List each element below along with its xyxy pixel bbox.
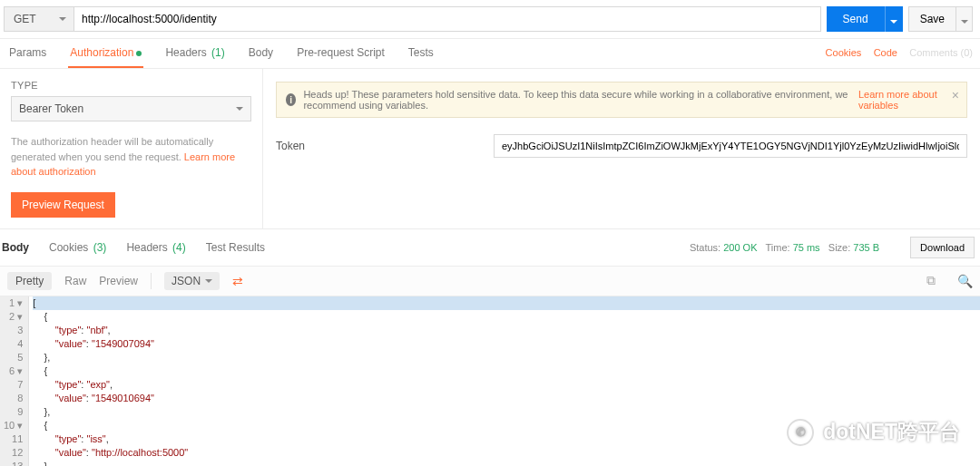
http-method-dropdown[interactable]: GET [4,6,74,32]
request-tabs-right: Cookies Code Comments (0) [817,46,973,68]
chevron-down-icon [205,279,212,283]
view-pretty[interactable]: Pretty [7,272,52,290]
active-dot-icon [136,51,142,56]
response-tabs: Body Cookies (3) Headers (4) Test Result… [0,229,980,267]
sensitive-data-alert: i Heads up! These parameters hold sensit… [276,82,967,118]
request-tabs: Params Authorization Headers (1) Body Pr… [0,39,980,69]
auth-left: TYPE Bearer Token The authorization head… [0,69,263,228]
line-gutter: 1 ▾2 ▾3456 ▾78910 ▾11121314 ▾15161718 ▾1… [0,296,29,467]
tab-authorization-label: Authorization [70,46,133,59]
link-cookies[interactable]: Cookies [826,47,862,58]
preview-request-button[interactable]: Preview Request [11,192,115,218]
tab-headers[interactable]: Headers (1) [163,46,226,68]
time-value: 75 ms [793,242,820,253]
auth-type-value: Bearer Token [19,102,83,115]
chevron-down-icon [236,107,243,111]
tab-body[interactable]: Body [247,46,275,68]
resp-tab-cookies-label: Cookies [49,241,88,254]
token-label: Token [276,140,494,152]
status-value: 200 OK [723,242,757,253]
alert-text: Heads up! These parameters hold sensitiv… [303,89,850,111]
chevron-down-icon [961,20,968,24]
tab-prerequest[interactable]: Pre-request Script [295,46,387,68]
time-label: Time: [766,242,790,253]
link-code[interactable]: Code [874,47,897,58]
resp-tab-test-results[interactable]: Test Results [204,241,265,254]
auth-note-text: The authorization header will be automat… [11,136,213,162]
copy-icon[interactable]: ⧉ [926,273,936,288]
http-method-label: GET [14,13,36,25]
response-meta: Status: 200 OK Time: 75 ms Size: 735 B [690,242,879,253]
url-input[interactable] [74,6,821,32]
info-icon: i [286,93,296,106]
status-label: Status: [690,242,720,253]
learn-more-variables-link[interactable]: Learn more about variables [858,89,957,111]
send-dropdown[interactable] [885,6,903,32]
lang-label: JSON [172,275,201,287]
size-label: Size: [828,242,850,253]
token-input[interactable] [494,134,967,158]
chevron-down-icon [890,20,897,24]
close-icon[interactable]: × [952,88,959,102]
lang-dropdown[interactable]: JSON [164,272,220,290]
link-comments[interactable]: Comments (0) [909,47,973,58]
token-row: Token [276,134,967,158]
request-toolbar: GET Send Save [0,0,980,39]
chevron-down-icon [59,17,66,21]
separator [151,273,152,289]
save-dropdown[interactable] [956,6,973,32]
tab-tests[interactable]: Tests [407,46,436,68]
tab-headers-label: Headers [165,46,206,59]
resp-tab-headers-label: Headers [126,241,167,254]
auth-type-dropdown[interactable]: Bearer Token [11,96,251,121]
auth-right: i Heads up! These parameters hold sensit… [263,69,980,228]
view-preview[interactable]: Preview [99,275,138,287]
tab-params[interactable]: Params [7,46,48,68]
view-raw[interactable]: Raw [64,275,86,287]
wrap-lines-icon[interactable]: ⇄ [232,274,243,288]
wechat-icon: ✆ [787,419,814,446]
resp-tab-cookies[interactable]: Cookies (3) [47,241,106,254]
watermark: ✆ dotNET跨平台 [787,418,960,446]
resp-tab-headers[interactable]: Headers (4) [124,241,185,254]
size-value: 735 B [853,242,879,253]
tab-authorization[interactable]: Authorization [68,46,143,68]
cookies-count: (3) [93,241,107,254]
send-button[interactable]: Send [827,6,885,32]
resp-tab-body[interactable]: Body [0,241,29,254]
save-button[interactable]: Save [908,6,956,32]
headers-count: (1) [211,46,225,59]
search-icon[interactable]: 🔍 [957,274,973,288]
watermark-text: dotNET跨平台 [823,418,960,446]
auth-type-label: TYPE [11,80,251,91]
auth-note: The authorization header will be automat… [11,134,251,180]
resp-headers-count: (4) [172,241,186,254]
response-view-bar: Pretty Raw Preview JSON ⇄ ⧉ 🔍 [0,267,980,296]
authorization-panel: TYPE Bearer Token The authorization head… [0,69,980,229]
download-button[interactable]: Download [910,237,975,258]
